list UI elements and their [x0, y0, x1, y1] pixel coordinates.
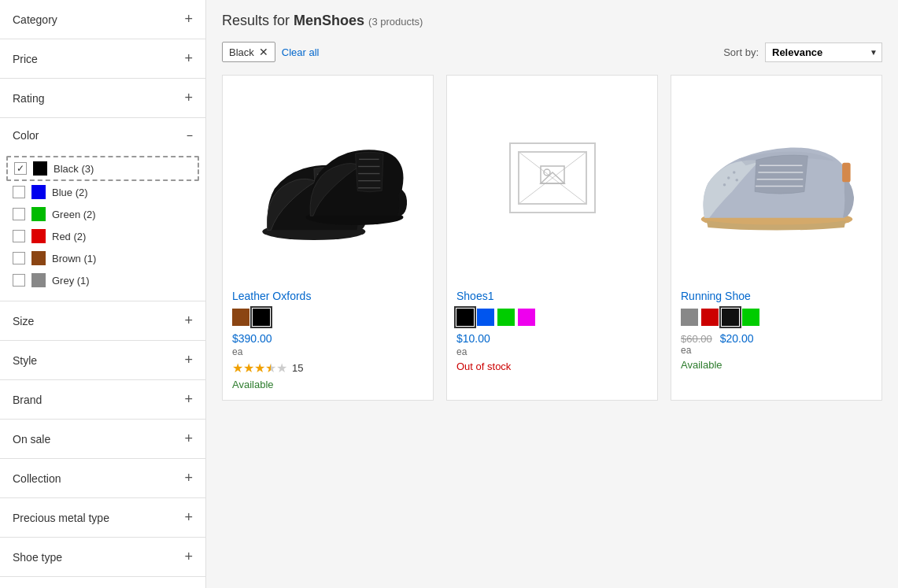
onsale-filter: On sale +	[0, 420, 205, 459]
sort-area: Sort by: Relevance Price: Low to High Pr…	[723, 43, 882, 62]
product-availability-2: Out of stock	[456, 361, 648, 372]
color-swatch-grey	[31, 273, 46, 287]
shoe-type-filter: Shoe type +	[0, 538, 205, 577]
swatch-green-2[interactable]	[497, 309, 515, 326]
rating-count-1: 15	[292, 362, 303, 374]
product-card-1: Leather Oxfords $390.00 ea ★ ★ ★ ★ ★	[222, 75, 434, 401]
shoe-type-expand-icon: +	[184, 549, 193, 565]
color-item-red[interactable]: Red (2)	[6, 225, 199, 247]
collection-filter-label: Collection	[13, 472, 61, 485]
product-info-1: Leather Oxfords $390.00 ea ★ ★ ★ ★ ★	[223, 280, 433, 400]
color-label-grey: Grey (1)	[52, 275, 90, 287]
product-price-old-3: $60.00	[681, 333, 712, 345]
color-swatch-blue	[31, 185, 46, 199]
product-name-3[interactable]: Running Shoe	[681, 290, 872, 302]
category-filter-label: Category	[13, 13, 57, 26]
product-info-2: Shoes1 $10.00 ea Out of stock	[447, 280, 657, 382]
svg-point-27	[735, 179, 738, 182]
sort-wrapper: Relevance Price: Low to High Price: High…	[765, 43, 882, 62]
product-unit-3: ea	[681, 345, 872, 356]
size-filter: Size +	[0, 301, 205, 341]
color-item-black[interactable]: Black (3)	[6, 156, 199, 181]
main-content: Results for MenShoes (3 products) Black …	[206, 0, 898, 588]
product-availability-3: Available	[681, 359, 872, 371]
brand-filter-label: Brand	[13, 394, 42, 406]
color-item-green[interactable]: Green (2)	[6, 203, 199, 225]
color-filter-header[interactable]: Color −	[0, 118, 205, 153]
price-filter-header[interactable]: Price +	[0, 39, 205, 78]
swatch-black[interactable]	[253, 309, 270, 326]
color-swatch-brown	[31, 251, 46, 265]
rating-filter-label: Rating	[13, 92, 44, 105]
collection-expand-icon: +	[184, 470, 193, 486]
product-swatches-3	[681, 309, 872, 326]
active-filter-black: Black ✕	[222, 42, 275, 62]
onsale-expand-icon: +	[184, 431, 193, 447]
sort-select[interactable]: Relevance Price: Low to High Price: High…	[765, 43, 882, 62]
price-expand-icon: +	[184, 50, 193, 67]
swatch-grey-3[interactable]	[681, 309, 698, 326]
swatch-green-3[interactable]	[742, 309, 759, 326]
product-image-area-1	[223, 76, 433, 280]
product-card-2: Shoes1 $10.00 ea Out of stock	[446, 75, 658, 401]
color-item-brown[interactable]: Brown (1)	[6, 247, 199, 269]
star-1-2: ★	[243, 361, 254, 375]
size-filter-header[interactable]: Size +	[0, 301, 205, 340]
sole-filter: Sole +	[0, 577, 205, 588]
color-checkbox-grey	[13, 274, 25, 287]
rating-filter: Rating +	[0, 79, 205, 118]
color-filter-label: Color	[13, 129, 39, 142]
svg-point-26	[722, 183, 726, 187]
style-filter-header[interactable]: Style +	[0, 341, 205, 379]
color-swatch-red	[31, 229, 46, 243]
product-price-new-3: $20.00	[720, 332, 754, 345]
product-rating-1: ★ ★ ★ ★ ★ 15	[232, 361, 423, 375]
clear-all-button[interactable]: Clear all	[282, 46, 320, 58]
sole-filter-header[interactable]: Sole +	[0, 577, 205, 588]
product-availability-1: Available	[232, 379, 423, 390]
swatch-red-3[interactable]	[701, 309, 719, 326]
color-label-black: Black (3)	[54, 163, 94, 175]
results-count: (3 products)	[368, 16, 423, 28]
color-label-blue: Blue (2)	[52, 187, 88, 198]
product-info-3: Running Shoe $60.00 $20.00 ea Available	[671, 280, 881, 380]
star-1-1: ★	[232, 361, 243, 375]
swatch-brown[interactable]	[232, 309, 249, 326]
precious-metal-filter-header[interactable]: Precious metal type +	[0, 498, 205, 537]
color-checkbox-blue	[13, 186, 25, 198]
product-image-sneaker	[690, 123, 863, 233]
color-filter-list: Black (3) Blue (2) Green (2)	[0, 153, 205, 301]
color-checkbox-brown	[13, 252, 25, 264]
style-filter: Style +	[0, 341, 205, 380]
precious-metal-filter-label: Precious metal type	[13, 512, 109, 524]
category-filter-header[interactable]: Category +	[0, 0, 205, 39]
swatch-blue-2[interactable]	[477, 309, 494, 326]
product-unit-1: ea	[232, 346, 423, 357]
active-filter-black-label: Black	[229, 46, 254, 58]
collection-filter: Collection +	[0, 459, 205, 498]
color-swatch-black	[33, 161, 47, 176]
onsale-filter-label: On sale	[13, 433, 50, 446]
swatch-black-2[interactable]	[456, 309, 474, 326]
collection-filter-header[interactable]: Collection +	[0, 459, 205, 497]
product-swatches-1	[232, 309, 423, 326]
color-item-blue[interactable]: Blue (2)	[6, 181, 199, 203]
svg-point-25	[733, 171, 736, 174]
swatch-black-3[interactable]	[722, 309, 739, 326]
product-name-1[interactable]: Leather Oxfords	[232, 290, 423, 302]
product-image-placeholder-2	[509, 142, 596, 213]
star-1-5: ★	[276, 361, 287, 375]
rating-filter-header[interactable]: Rating +	[0, 79, 205, 117]
product-name-2[interactable]: Shoes1	[456, 290, 648, 302]
color-collapse-icon: −	[187, 129, 193, 142]
color-item-grey[interactable]: Grey (1)	[6, 269, 199, 291]
results-title: Results for MenShoes (3 products)	[222, 13, 882, 29]
size-expand-icon: +	[184, 312, 193, 329]
shoe-type-filter-header[interactable]: Shoe type +	[0, 538, 205, 576]
color-swatch-green	[31, 207, 46, 221]
brand-filter-header[interactable]: Brand +	[0, 380, 205, 419]
swatch-magenta-2[interactable]	[518, 309, 535, 326]
remove-filter-black-button[interactable]: ✕	[259, 46, 268, 58]
results-query: MenShoes	[294, 13, 364, 28]
onsale-filter-header[interactable]: On sale +	[0, 420, 205, 458]
